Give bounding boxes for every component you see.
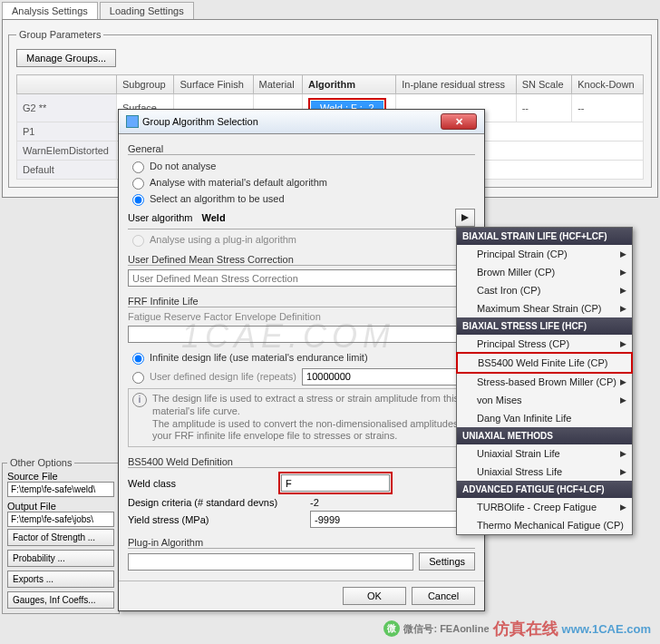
bs5400-label: BS5400 Weld Definition: [128, 456, 475, 468]
plugin-algorithm-label: Plug-in Algorithm: [128, 537, 475, 549]
other-options-legend: Other Options: [7, 457, 74, 468]
chevron-right-icon: ▶: [620, 268, 626, 277]
factor-of-strength-button[interactable]: Factor of Strength ...: [7, 529, 114, 546]
menu-item-uniaxial-stress[interactable]: Uniaxial Stress Life▶: [457, 463, 632, 481]
weld-class-label: Weld class: [128, 478, 273, 489]
radio-default-algorithm[interactable]: Analyse with material's default algorith…: [128, 175, 475, 190]
col-algorithm[interactable]: Algorithm: [303, 75, 396, 94]
menu-item-tmf[interactable]: Thermo Mechanical Fatigue (CP): [457, 516, 632, 534]
source-file-label: Source File: [7, 471, 114, 482]
user-algorithm-value: Weld: [202, 212, 226, 223]
dialog-titlebar[interactable]: Group Algorithm Selection ✕: [119, 110, 484, 134]
dialog-title: Group Algorithm Selection: [142, 116, 258, 127]
weld-class-highlight: [278, 472, 393, 494]
exports-button[interactable]: Exports ...: [7, 571, 114, 588]
svg-marker-0: [461, 214, 469, 221]
user-life-input[interactable]: [302, 368, 475, 385]
info-icon: i: [132, 393, 147, 407]
chevron-right-icon: ▶: [620, 339, 626, 348]
close-icon[interactable]: ✕: [441, 113, 477, 130]
design-criteria-label: Design criteria (# standard devns): [128, 497, 305, 508]
col-knockdown[interactable]: Knock-Down: [572, 75, 644, 94]
source-file-input[interactable]: [7, 482, 114, 497]
group-algorithm-dialog: Group Algorithm Selection ✕ General Do n…: [118, 109, 485, 611]
manage-groups-button[interactable]: Manage Groups...: [16, 49, 116, 67]
output-file-input[interactable]: [7, 512, 114, 527]
radio-infinite-life[interactable]: Infinite design life (use material's end…: [128, 350, 475, 365]
wechat-label: 微信号: FEAonline: [403, 622, 489, 636]
col-surface[interactable]: Surface Finish: [174, 75, 253, 94]
chevron-right-icon: ▶: [620, 286, 626, 295]
wechat-icon: 微: [383, 620, 400, 637]
frf-description: i The design life is used to extract a s…: [128, 388, 475, 447]
mean-stress-label: User Defined Mean Stress Correction: [128, 254, 475, 266]
col-material[interactable]: Material: [253, 75, 302, 94]
radio-select-algorithm[interactable]: Select an algorithm to be used: [128, 191, 475, 206]
chevron-right-icon: ▶: [620, 449, 626, 458]
menu-item-bs5400-weld[interactable]: BS5400 Weld Finite Life (CP): [458, 354, 631, 372]
tab-loading-settings[interactable]: Loading Settings: [100, 2, 194, 19]
menu-item-brown-miller[interactable]: Brown Miller (CP)▶: [457, 263, 632, 281]
menu-item-principal-stress[interactable]: Principal Stress (CP)▶: [457, 335, 632, 353]
general-label: General: [128, 143, 475, 155]
frf-label: FRF Infinite Life: [128, 296, 475, 307]
col-residual[interactable]: In-plane residual stress: [396, 75, 516, 94]
menu-item-dang-van[interactable]: Dang Van Infinite Life: [457, 409, 632, 427]
tab-analysis-settings[interactable]: Analysis Settings: [2, 2, 98, 19]
menu-header-advanced: ADVANCED FATIGUE (HCF+LCF): [457, 481, 632, 498]
menu-header-stress: BIAXIAL STRESS LIFE (HCF): [457, 317, 632, 335]
plugin-path-input[interactable]: [128, 553, 413, 571]
cancel-button[interactable]: Cancel: [412, 587, 475, 605]
app-icon: [126, 115, 139, 128]
chevron-right-icon: ▶: [620, 249, 626, 259]
main-tabstrip: Analysis Settings Loading Settings: [0, 0, 660, 19]
radio-do-not-analyse[interactable]: Do not analyse: [128, 159, 475, 173]
weld-class-input[interactable]: [281, 474, 390, 492]
menu-item-uniaxial-strain[interactable]: Uniaxial Strain Life▶: [457, 444, 632, 463]
menu-item-cast-iron[interactable]: Cast Iron (CP)▶: [457, 281, 632, 299]
chevron-right-icon: ▶: [620, 377, 626, 386]
menu-item-principal-strain[interactable]: Principal Strain (CP)▶: [457, 245, 632, 263]
chevron-right-icon: ▶: [620, 503, 626, 512]
menu-item-von-mises[interactable]: von Mises▶: [457, 391, 632, 409]
frf-envelope-input[interactable]: [128, 326, 475, 343]
plugin-settings-button[interactable]: Settings: [419, 552, 475, 571]
frf-sublabel: Fatigue Reserve Factor Envelope Definiti…: [128, 311, 475, 322]
yield-stress-label: Yield stress (MPa): [128, 514, 305, 525]
user-algorithm-label: User algorithm: [128, 212, 193, 223]
menu-item-stress-brown-miller[interactable]: Stress-based Brown Miller (CP)▶: [457, 373, 632, 391]
design-criteria-value: -2: [310, 497, 319, 508]
menu-item-max-shear-strain[interactable]: Maximum Shear Strain (CP)▶: [457, 299, 632, 317]
output-file-label: Output File: [7, 501, 114, 512]
menu-item-bs5400-highlight: BS5400 Weld Finite Life (CP): [456, 352, 633, 374]
menu-header-uniaxial: UNIAXIAL METHODS: [457, 427, 632, 444]
menu-header-strain: BIAXIAL STRAIN LIFE (HCF+LCF): [457, 228, 632, 245]
watermark-footer: 微 微信号: FEAonline 仿真在线 www.1CAE.com: [383, 618, 651, 639]
brand-text: 仿真在线: [493, 618, 558, 639]
probability-button[interactable]: Probability ...: [7, 550, 114, 567]
chevron-right-icon: ▶: [620, 467, 626, 476]
chevron-right-icon: ▶: [620, 395, 626, 405]
mean-stress-input[interactable]: [128, 269, 475, 287]
yield-stress-input[interactable]: [310, 511, 475, 528]
algorithm-picker-button[interactable]: [455, 209, 475, 227]
gauges-button[interactable]: Gauges, Inf Coeffs...: [7, 591, 114, 609]
menu-item-turbolife[interactable]: TURBOlife - Creep Fatigue▶: [457, 498, 632, 516]
chevron-right-icon: ▶: [620, 304, 626, 313]
algorithm-menu: BIAXIAL STRAIN LIFE (HCF+LCF) Principal …: [456, 227, 633, 535]
radio-user-life[interactable]: User defined design life (repeats): [128, 369, 296, 384]
plugin-checkbox[interactable]: Analyse using a plug-in algorithm: [128, 232, 475, 247]
col-name[interactable]: [17, 75, 117, 94]
col-subgroup[interactable]: Subgroup: [117, 75, 174, 94]
col-snscale[interactable]: SN Scale: [516, 75, 572, 94]
play-icon: [461, 213, 470, 222]
ok-button[interactable]: OK: [343, 587, 406, 605]
other-options-panel: Other Options Source File Output File Fa…: [2, 454, 120, 618]
dialog-footer: OK Cancel: [119, 581, 484, 610]
brand-url: www.1CAE.com: [562, 622, 651, 636]
group-parameters-legend: Group Parameters: [16, 29, 103, 40]
